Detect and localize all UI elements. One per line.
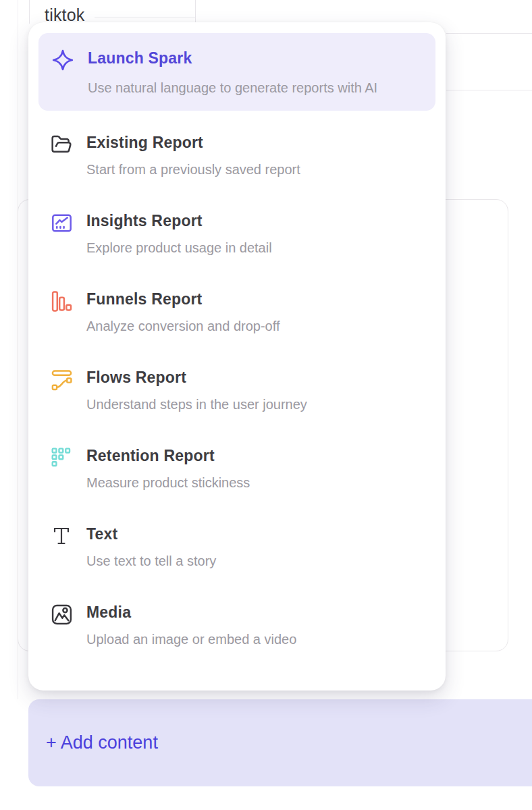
bar-chart-icon bbox=[50, 290, 73, 313]
menu-item-description: Understand steps in the user journey bbox=[86, 396, 307, 413]
cohort-grid-icon bbox=[50, 446, 73, 469]
menu-item-media[interactable]: Media Upload an image or embed a video bbox=[38, 586, 435, 664]
menu-item-description: Use text to tell a story bbox=[86, 552, 216, 570]
menu-item-description: Start from a previously saved report bbox=[86, 161, 300, 178]
screen: tiktok + Add content Launch Spark Use na… bbox=[0, 0, 532, 810]
menu-item-launch-spark[interactable]: Launch Spark Use natural language to gen… bbox=[38, 33, 435, 111]
menu-item-title: Flows Report bbox=[86, 367, 307, 387]
line-chart-icon bbox=[50, 211, 73, 234]
menu-item-retention-report[interactable]: Retention Report Measure product stickin… bbox=[38, 429, 435, 508]
background-table-border-left bbox=[29, 0, 30, 24]
menu-item-title: Funnels Report bbox=[86, 289, 280, 309]
add-content-button[interactable]: + Add content bbox=[28, 699, 532, 786]
menu-item-description: Use natural language to generate reports… bbox=[88, 78, 377, 99]
background-table-border-right bbox=[195, 0, 196, 24]
sparkle-icon bbox=[51, 49, 74, 72]
menu-item-title: Insights Report bbox=[86, 211, 272, 231]
flows-icon bbox=[50, 368, 73, 391]
menu-item-flows-report[interactable]: Flows Report Understand steps in the use… bbox=[38, 351, 435, 429]
menu-item-title: Retention Report bbox=[86, 446, 250, 466]
menu-item-title: Launch Spark bbox=[88, 48, 377, 68]
menu-item-description: Explore product usage in detail bbox=[86, 239, 272, 256]
menu-item-title: Media bbox=[86, 602, 296, 622]
text-icon bbox=[50, 524, 73, 547]
add-content-label: + Add content bbox=[28, 732, 158, 753]
background-divider-second bbox=[446, 90, 532, 90]
menu-item-text[interactable]: Text Use text to tell a story bbox=[38, 508, 435, 586]
media-icon bbox=[50, 603, 73, 626]
menu-item-existing-report[interactable]: Existing Report Start from a previously … bbox=[38, 116, 435, 194]
background-row-divider bbox=[95, 18, 195, 18]
menu-item-funnels-report[interactable]: Funnels Report Analyze conversion and dr… bbox=[38, 273, 435, 351]
menu-item-title: Text bbox=[86, 524, 216, 544]
background-divider-top bbox=[446, 33, 532, 34]
menu-item-description: Analyze conversion and drop-off bbox=[86, 317, 280, 335]
add-content-menu: Launch Spark Use natural language to gen… bbox=[28, 22, 446, 691]
menu-item-insights-report[interactable]: Insights Report Explore product usage in… bbox=[38, 194, 435, 273]
menu-item-description: Upload an image or embed a video bbox=[86, 630, 296, 648]
menu-item-title: Existing Report bbox=[86, 132, 300, 153]
menu-item-description: Measure product stickiness bbox=[86, 474, 250, 491]
folder-open-icon bbox=[50, 133, 73, 156]
